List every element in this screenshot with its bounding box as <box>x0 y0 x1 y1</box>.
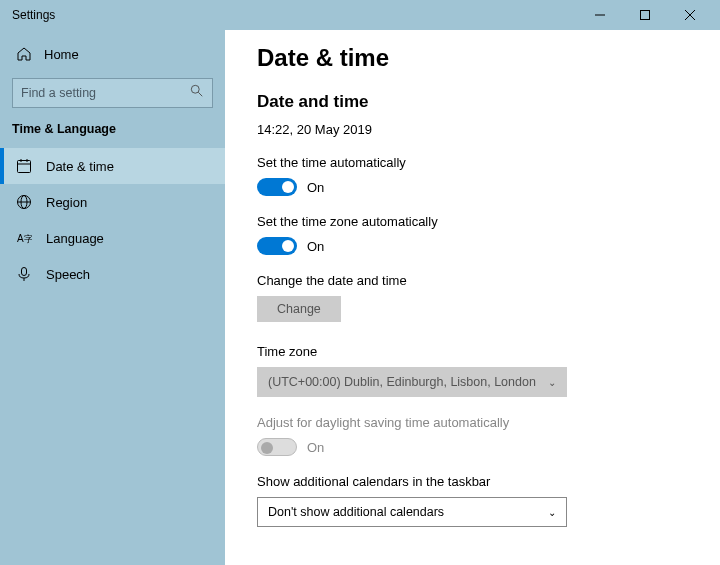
sidebar-item-region[interactable]: Region <box>0 184 225 220</box>
timezone-value: (UTC+00:00) Dublin, Edinburgh, Lisbon, L… <box>268 375 536 389</box>
globe-icon <box>16 194 32 210</box>
addcal-value: Don't show additional calendars <box>268 505 444 519</box>
svg-point-4 <box>191 85 199 93</box>
titlebar: Settings <box>0 0 720 30</box>
main-area: Home Time & Language Date & time Region … <box>0 30 720 565</box>
search-input[interactable] <box>21 86 190 100</box>
auto-time-state: On <box>307 180 324 195</box>
auto-tz-state: On <box>307 239 324 254</box>
home-icon <box>16 46 32 62</box>
maximize-button[interactable] <box>622 0 667 30</box>
change-button[interactable]: Change <box>257 296 341 322</box>
speech-icon <box>16 266 32 282</box>
date-time-icon <box>16 158 32 174</box>
sidebar-item-speech[interactable]: Speech <box>0 256 225 292</box>
window-buttons <box>577 0 712 30</box>
sidebar-category: Time & Language <box>0 122 225 148</box>
sidebar-item-label: Region <box>46 195 87 210</box>
sidebar-item-language[interactable]: A字 Language <box>0 220 225 256</box>
current-datetime: 14:22, 20 May 2019 <box>257 122 688 137</box>
dst-state: On <box>307 440 324 455</box>
sidebar-item-label: Language <box>46 231 104 246</box>
svg-line-5 <box>198 92 202 96</box>
close-button[interactable] <box>667 0 712 30</box>
window-title: Settings <box>12 8 577 22</box>
svg-text:A: A <box>17 233 24 244</box>
language-icon: A字 <box>16 230 32 246</box>
dst-label: Adjust for daylight saving time automati… <box>257 415 688 430</box>
page-title: Date & time <box>257 44 688 72</box>
sidebar-item-label: Speech <box>46 267 90 282</box>
svg-rect-15 <box>22 268 27 276</box>
auto-time-label: Set the time automatically <box>257 155 688 170</box>
chevron-down-icon: ⌄ <box>548 507 556 518</box>
dst-toggle <box>257 438 297 456</box>
section-date-time: Date and time <box>257 92 688 112</box>
content-area: Date & time Date and time 14:22, 20 May … <box>225 30 720 565</box>
auto-tz-toggle[interactable] <box>257 237 297 255</box>
auto-tz-label: Set the time zone automatically <box>257 214 688 229</box>
sidebar: Home Time & Language Date & time Region … <box>0 30 225 565</box>
sidebar-item-label: Date & time <box>46 159 114 174</box>
svg-rect-6 <box>18 161 31 173</box>
sidebar-home[interactable]: Home <box>0 38 225 70</box>
change-datetime-label: Change the date and time <box>257 273 688 288</box>
search-icon <box>190 84 204 102</box>
addcal-dropdown[interactable]: Don't show additional calendars ⌄ <box>257 497 567 527</box>
sidebar-item-date-time[interactable]: Date & time <box>0 148 225 184</box>
timezone-label: Time zone <box>257 344 688 359</box>
svg-rect-1 <box>640 11 649 20</box>
timezone-dropdown: (UTC+00:00) Dublin, Edinburgh, Lisbon, L… <box>257 367 567 397</box>
auto-time-toggle[interactable] <box>257 178 297 196</box>
sidebar-home-label: Home <box>44 47 79 62</box>
minimize-button[interactable] <box>577 0 622 30</box>
svg-text:字: 字 <box>24 234 32 244</box>
chevron-down-icon: ⌄ <box>548 377 556 388</box>
search-box[interactable] <box>12 78 213 108</box>
addcal-label: Show additional calendars in the taskbar <box>257 474 688 489</box>
